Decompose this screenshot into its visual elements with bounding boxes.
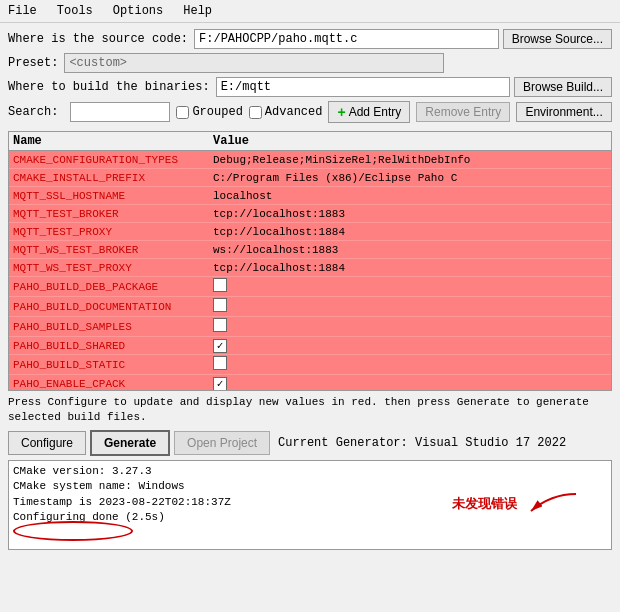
cell-name: MQTT_WS_TEST_BROKER (13, 244, 213, 256)
cell-value: localhost (213, 190, 607, 202)
cell-name: PAHO_BUILD_DEB_PACKAGE (13, 281, 213, 293)
menu-help[interactable]: Help (179, 2, 216, 20)
cell-name: PAHO_BUILD_STATIC (13, 359, 213, 371)
source-row: Where is the source code: Browse Source.… (8, 29, 612, 49)
table-header: Name Value (9, 132, 611, 151)
build-row: Where to build the binaries: Browse Buil… (8, 77, 612, 97)
advanced-label: Advanced (265, 105, 323, 119)
cell-value: tcp://localhost:1884 (213, 226, 607, 238)
log-area[interactable]: CMake version: 3.27.3CMake system name: … (8, 460, 612, 550)
search-input[interactable] (70, 102, 170, 122)
entry-checkbox[interactable] (213, 339, 227, 353)
entry-checkbox[interactable] (213, 278, 227, 292)
cell-name: PAHO_BUILD_SHARED (13, 340, 213, 352)
cell-name: PAHO_ENABLE_CPACK (13, 378, 213, 390)
table-row[interactable]: PAHO_BUILD_STATIC (9, 355, 611, 375)
cell-value: ws://localhost:1883 (213, 244, 607, 256)
entry-checkbox[interactable] (213, 377, 227, 391)
table-row[interactable]: PAHO_BUILD_DEB_PACKAGE (9, 277, 611, 297)
cell-value (213, 339, 607, 353)
menu-tools[interactable]: Tools (53, 2, 97, 20)
col-name-header: Name (13, 134, 213, 148)
cell-value (213, 318, 607, 335)
table-row[interactable]: MQTT_SSL_HOSTNAMElocalhost (9, 187, 611, 205)
cell-value (213, 298, 607, 315)
open-project-button[interactable]: Open Project (174, 431, 270, 455)
log-line: CMake version: 3.27.3 (13, 464, 607, 479)
menubar: File Tools Options Help (0, 0, 620, 23)
preset-row: Preset: (8, 53, 612, 73)
add-entry-button[interactable]: + Add Entry (328, 101, 410, 123)
table-row[interactable]: CMAKE_INSTALL_PREFIXC:/Program Files (x8… (9, 169, 611, 187)
annotation-arrow-svg (521, 489, 581, 519)
advanced-checkbox-label[interactable]: Advanced (249, 105, 323, 119)
table-row[interactable]: MQTT_WS_TEST_BROKERws://localhost:1883 (9, 241, 611, 259)
preset-input[interactable] (64, 53, 444, 73)
cell-name: CMAKE_INSTALL_PREFIX (13, 172, 213, 184)
bottom-buttons: Configure Generate Open Project Current … (8, 430, 612, 456)
build-input[interactable] (216, 77, 510, 97)
plus-icon: + (337, 104, 345, 120)
table-row[interactable]: MQTT_WS_TEST_PROXYtcp://localhost:1884 (9, 259, 611, 277)
advanced-checkbox[interactable] (249, 106, 262, 119)
entry-checkbox[interactable] (213, 356, 227, 370)
annotation: 未发现错误 (452, 489, 581, 519)
annotation-text: 未发现错误 (452, 495, 517, 513)
table-row[interactable]: MQTT_TEST_BROKERtcp://localhost:1883 (9, 205, 611, 223)
col-value-header: Value (213, 134, 607, 148)
add-entry-label: Add Entry (349, 105, 402, 119)
source-input[interactable] (194, 29, 499, 49)
table-row[interactable]: MQTT_TEST_PROXYtcp://localhost:1884 (9, 223, 611, 241)
table-row[interactable]: PAHO_BUILD_DOCUMENTATION (9, 297, 611, 317)
browse-build-button[interactable]: Browse Build... (514, 77, 612, 97)
grouped-label: Grouped (192, 105, 242, 119)
cell-name: MQTT_TEST_PROXY (13, 226, 213, 238)
generate-button[interactable]: Generate (90, 430, 170, 456)
environment-button[interactable]: Environment... (516, 102, 611, 122)
form-area: Where is the source code: Browse Source.… (0, 23, 620, 131)
cell-value (213, 377, 607, 391)
table-row[interactable]: PAHO_ENABLE_CPACK (9, 375, 611, 391)
menu-options[interactable]: Options (109, 2, 167, 20)
browse-source-button[interactable]: Browse Source... (503, 29, 612, 49)
table-body: CMAKE_CONFIGURATION_TYPESDebug;Release;M… (9, 151, 611, 391)
cell-value: tcp://localhost:1883 (213, 208, 607, 220)
table-row[interactable]: CMAKE_CONFIGURATION_TYPESDebug;Release;M… (9, 151, 611, 169)
table-row[interactable]: PAHO_BUILD_SAMPLES (9, 317, 611, 337)
preset-label: Preset: (8, 56, 58, 70)
build-label: Where to build the binaries: (8, 80, 210, 94)
cell-name: PAHO_BUILD_DOCUMENTATION (13, 301, 213, 313)
cell-value: C:/Program Files (x86)/Eclipse Paho C (213, 172, 607, 184)
entries-table[interactable]: Name Value CMAKE_CONFIGURATION_TYPESDebu… (8, 131, 612, 391)
configure-button[interactable]: Configure (8, 431, 86, 455)
cell-name: CMAKE_CONFIGURATION_TYPES (13, 154, 213, 166)
remove-entry-button[interactable]: Remove Entry (416, 102, 510, 122)
grouped-checkbox-label[interactable]: Grouped (176, 105, 242, 119)
cell-value: tcp://localhost:1884 (213, 262, 607, 274)
cell-value (213, 278, 607, 295)
cell-value (213, 356, 607, 373)
cell-name: MQTT_TEST_BROKER (13, 208, 213, 220)
cell-value: Debug;Release;MinSizeRel;RelWithDebInfo (213, 154, 607, 166)
cell-name: PAHO_BUILD_SAMPLES (13, 321, 213, 333)
current-generator-text: Current Generator: Visual Studio 17 2022 (278, 436, 566, 450)
search-label: Search: (8, 105, 58, 119)
menu-file[interactable]: File (4, 2, 41, 20)
hint-text: Press Configure to update and display ne… (8, 395, 612, 426)
entry-checkbox[interactable] (213, 318, 227, 332)
search-row: Search: Grouped Advanced + Add Entry Rem… (8, 101, 612, 123)
entry-checkbox[interactable] (213, 298, 227, 312)
cell-name: MQTT_WS_TEST_PROXY (13, 262, 213, 274)
cell-name: MQTT_SSL_HOSTNAME (13, 190, 213, 202)
table-row[interactable]: PAHO_BUILD_SHARED (9, 337, 611, 355)
grouped-checkbox[interactable] (176, 106, 189, 119)
source-label: Where is the source code: (8, 32, 188, 46)
